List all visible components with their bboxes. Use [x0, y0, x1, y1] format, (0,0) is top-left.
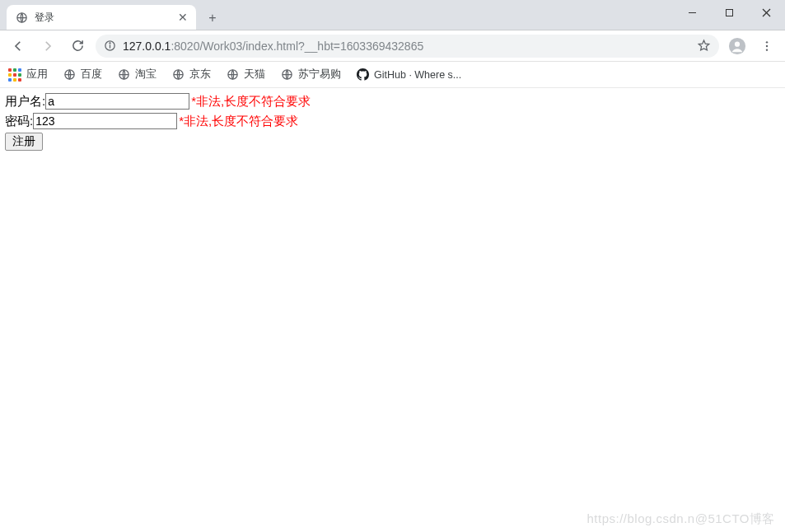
info-icon[interactable]	[104, 40, 116, 52]
globe-icon	[226, 68, 239, 82]
new-tab-button[interactable]: +	[201, 7, 224, 30]
bookmark-label: GitHub · Where s...	[374, 69, 461, 81]
reload-button[interactable]	[66, 35, 89, 58]
star-icon[interactable]	[697, 39, 711, 53]
globe-icon	[171, 68, 185, 82]
window-controls	[674, 0, 785, 25]
browser-chrome: 登录 ✕ +	[0, 0, 785, 30]
apps-grid-icon	[8, 68, 21, 82]
svg-point-7	[110, 43, 110, 44]
register-button[interactable]: 注册	[5, 133, 43, 151]
svg-point-10	[766, 41, 768, 43]
password-input[interactable]	[33, 113, 177, 129]
url-port: :8020	[171, 40, 199, 53]
globe-icon	[63, 68, 76, 82]
browser-tab[interactable]: 登录 ✕	[7, 5, 196, 30]
svg-point-12	[766, 49, 768, 50]
tab-strip: 登录 ✕ +	[0, 0, 785, 30]
address-bar[interactable]: 127.0.0.1:8020/Work03/index.html?__hbt=1…	[96, 35, 719, 58]
close-window-button[interactable]	[748, 0, 785, 25]
maximize-button[interactable]	[711, 0, 748, 25]
bookmark-item[interactable]: 苏宁易购	[280, 68, 341, 82]
globe-icon	[280, 68, 293, 82]
url-host: 127.0.0.1	[123, 40, 171, 53]
tab-title: 登录	[35, 11, 171, 25]
watermark: https://blog.csdn.n@51CTO博客	[586, 511, 775, 527]
svg-point-9	[735, 41, 740, 46]
bookmark-label: 百度	[81, 68, 102, 82]
username-error: *非法,长度不符合要求	[191, 94, 311, 110]
bookmarks-bar: 应用 百度 淘宝 京东 天猫 苏宁易购 GitHub · Where s...	[0, 62, 785, 88]
menu-button[interactable]	[755, 35, 778, 58]
bookmark-item[interactable]: 京东	[171, 68, 211, 82]
bookmark-item[interactable]: 淘宝	[117, 68, 157, 82]
bookmark-label: 京东	[189, 68, 211, 82]
browser-toolbar: 127.0.0.1:8020/Work03/index.html?__hbt=1…	[0, 30, 785, 62]
globe-icon	[117, 68, 130, 82]
url-text: 127.0.0.1:8020/Work03/index.html?__hbt=1…	[123, 40, 690, 53]
password-row: 密码: *非法,长度不符合要求	[5, 111, 780, 131]
back-button[interactable]	[7, 35, 30, 58]
apps-label: 应用	[26, 68, 48, 82]
profile-button[interactable]	[726, 35, 749, 58]
username-label: 用户名:	[5, 94, 45, 110]
minimize-button[interactable]	[674, 0, 711, 25]
bookmark-item-github[interactable]: GitHub · Where s...	[356, 68, 461, 82]
bookmark-item[interactable]: 百度	[63, 68, 102, 82]
username-row: 用户名: *非法,长度不符合要求	[5, 91, 780, 111]
page-body: 用户名: *非法,长度不符合要求 密码: *非法,长度不符合要求 注册	[0, 88, 785, 154]
url-path: /Work03/index.html?__hbt=1603369432865	[199, 40, 423, 53]
apps-shortcut[interactable]: 应用	[8, 68, 48, 82]
username-input[interactable]	[45, 93, 189, 110]
password-error: *非法,长度不符合要求	[179, 114, 298, 129]
password-label: 密码:	[5, 114, 33, 129]
forward-button[interactable]	[36, 35, 59, 58]
bookmark-label: 苏宁易购	[298, 68, 341, 82]
bookmark-label: 天猫	[244, 68, 265, 82]
bookmark-label: 淘宝	[135, 68, 157, 82]
svg-point-11	[766, 44, 768, 46]
github-icon	[356, 68, 369, 82]
svg-rect-1	[727, 9, 733, 16]
bookmark-item[interactable]: 天猫	[226, 68, 265, 82]
globe-icon	[15, 11, 28, 24]
close-tab-icon[interactable]: ✕	[178, 11, 188, 24]
